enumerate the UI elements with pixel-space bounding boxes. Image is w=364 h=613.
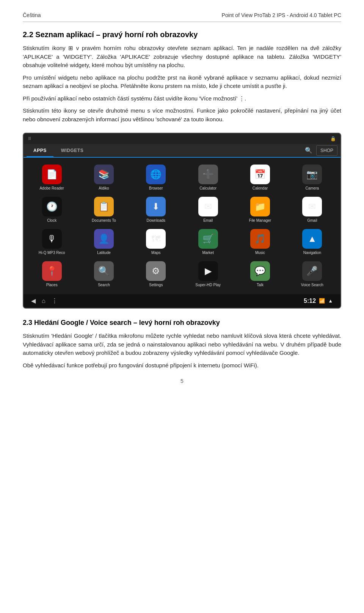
app-item-file-manager[interactable]: 📁File Manager xyxy=(234,194,286,226)
app-label: Calendar xyxy=(253,186,268,191)
section-2-3-para2: Obě vyhledávací funkce potřebují pro fun… xyxy=(23,361,341,370)
app-item-email[interactable]: ✉Email xyxy=(182,194,234,226)
app-icon: 💬 xyxy=(250,261,270,281)
app-icon: 📍 xyxy=(42,261,62,281)
app-icon: 📚 xyxy=(94,165,114,184)
app-item-browser[interactable]: 🌐Browser xyxy=(130,161,182,194)
app-label: Calculator xyxy=(199,186,217,191)
app-item-clock[interactable]: 🕐Clock xyxy=(26,194,78,226)
section-2-3-title: 2.3 Hledání Google / Voice search – levý… xyxy=(23,318,341,328)
app-icon: ⬇ xyxy=(146,197,166,216)
app-item-search[interactable]: 🔍Search xyxy=(78,258,130,290)
app-item-navigation[interactable]: ▲Navigation xyxy=(286,226,338,258)
app-item-music[interactable]: 🎵Music xyxy=(234,226,286,258)
app-item-calendar[interactable]: 📅Calendar xyxy=(234,161,286,194)
app-item-latitude[interactable]: 👤Latitude xyxy=(78,226,130,258)
app-label: Market xyxy=(202,251,214,255)
section-2-2-title: 2.2 Seznam aplikací – pravý horní roh ob… xyxy=(23,29,341,40)
app-item-talk[interactable]: 💬Talk xyxy=(234,258,286,290)
app-icon: 🕐 xyxy=(42,197,62,216)
app-icon: ▶ xyxy=(198,261,218,281)
tab-widgets[interactable]: WIDGETS xyxy=(54,145,91,156)
app-label: Super-HD Play xyxy=(195,283,221,287)
app-label: Settings xyxy=(149,283,163,287)
app-item-aldiko[interactable]: 📚Aldiko xyxy=(78,161,130,194)
app-item-downloads[interactable]: ⬇Downloads xyxy=(130,194,182,226)
navbar-right: 5:12 📶 ▲ xyxy=(304,296,333,306)
app-label: Maps xyxy=(151,251,160,255)
app-icon: 🗺 xyxy=(146,229,166,249)
app-icon: 📋 xyxy=(94,197,114,216)
app-icon: 📷 xyxy=(302,165,322,184)
section-2-2-para3: Při používání aplikací nebo ostatních čá… xyxy=(23,94,341,103)
app-item-places[interactable]: 📍Places xyxy=(26,258,78,290)
app-icon: 📅 xyxy=(250,165,270,184)
app-label: Camera xyxy=(306,186,319,191)
tablet-screenshot: ⠿ 🔒 APPS WIDGETS 🔍 SHOP 📄Adobe Reader📚Al… xyxy=(23,133,341,309)
app-item-settings[interactable]: ⚙Settings xyxy=(130,258,182,290)
tablet-navbar: ◀ ⌂ ⋮ 5:12 📶 ▲ xyxy=(24,294,340,308)
app-icon: 🎵 xyxy=(250,229,270,249)
app-item-super-hd-play[interactable]: ▶Super-HD Play xyxy=(182,258,234,290)
header-language: Čeština xyxy=(23,11,41,19)
section-2-3-para1: Stisknutím 'Hledání Google' / tlačítka m… xyxy=(23,332,341,357)
app-icon: 📁 xyxy=(250,197,270,216)
app-label: File Manager xyxy=(249,218,271,223)
app-icon: 📄 xyxy=(42,165,62,184)
app-icon: ✉ xyxy=(302,197,322,216)
section-2-2-para4: Stisknutím této ikony se otevře druhotné… xyxy=(23,107,341,124)
section-2-2-para1: Stisknutím ikony ⊞ v pravém horním rohu … xyxy=(23,44,341,70)
tablet-tabs[interactable]: APPS WIDGETS 🔍 SHOP xyxy=(24,144,340,158)
app-item-gmail[interactable]: ✉Gmail xyxy=(286,194,338,226)
app-item-calculator[interactable]: ➕Calculator xyxy=(182,161,234,194)
app-icon: ⚙ xyxy=(146,261,166,281)
tab-apps[interactable]: APPS xyxy=(27,145,53,157)
tablet-topbar: ⠿ 🔒 xyxy=(24,133,340,144)
navbar-left: ◀ ⌂ ⋮ xyxy=(31,296,58,306)
clock-display: 5:12 xyxy=(304,296,316,306)
tablet-topbar-left: ⠿ xyxy=(28,136,31,142)
page-number: 5 xyxy=(23,377,341,385)
app-icon: 👤 xyxy=(94,229,114,249)
app-item-adobe-reader[interactable]: 📄Adobe Reader xyxy=(26,161,78,194)
app-item-hi-q-mp3-reco[interactable]: 🎙Hi-Q MP3 Reco xyxy=(26,226,78,258)
app-label: Documents To xyxy=(92,218,116,223)
app-icon: ▲ xyxy=(302,229,322,249)
app-label: Navigation xyxy=(303,251,321,255)
app-icon: 🔍 xyxy=(94,261,114,281)
apps-grid: 📄Adobe Reader📚Aldiko🌐Browser➕Calculator📅… xyxy=(24,158,340,294)
app-label: Voice Search xyxy=(301,283,323,287)
menu-icon[interactable]: ⋮ xyxy=(52,296,58,306)
app-icon: ➕ xyxy=(198,165,218,184)
home-icon[interactable]: ⌂ xyxy=(42,296,46,306)
wifi-icon: 📶 xyxy=(319,297,325,305)
page-header: Čeština Point of View ProTab 2 IPS - And… xyxy=(23,11,341,22)
app-label: Search xyxy=(98,283,110,287)
back-icon[interactable]: ◀ xyxy=(31,296,36,306)
app-item-documents-to[interactable]: 📋Documents To xyxy=(78,194,130,226)
app-item-voice-search[interactable]: 🎤Voice Search xyxy=(286,258,338,290)
section-2-2-para2: Pro umístění widgetu nebo aplikace na pl… xyxy=(23,74,341,91)
app-item-camera[interactable]: 📷Camera xyxy=(286,161,338,194)
app-label: Talk xyxy=(257,283,264,287)
section-2-3: 2.3 Hledání Google / Voice search – levý… xyxy=(23,318,341,370)
page-content: Čeština Point of View ProTab 2 IPS - And… xyxy=(0,0,364,400)
app-label: Aldiko xyxy=(99,186,109,191)
tab-search-icon[interactable]: 🔍 xyxy=(305,146,312,155)
app-label: Downloads xyxy=(147,218,165,223)
header-product: Point of View ProTab 2 IPS - Android 4.0… xyxy=(222,11,341,19)
section-2-2: 2.2 Seznam aplikací – pravý horní roh ob… xyxy=(23,29,341,124)
tab-shop-button[interactable]: SHOP xyxy=(316,145,337,156)
app-icon: 🎙 xyxy=(42,229,62,249)
app-label: Browser xyxy=(149,186,163,191)
app-label: Hi-Q MP3 Reco xyxy=(39,251,65,255)
app-item-market[interactable]: 🛒Market xyxy=(182,226,234,258)
topbar-lock-icon: 🔒 xyxy=(330,135,336,142)
app-item-maps[interactable]: 🗺Maps xyxy=(130,226,182,258)
app-label: Places xyxy=(46,283,58,287)
app-icon: ✉ xyxy=(198,197,218,216)
app-label: Clock xyxy=(47,218,56,223)
app-label: Latitude xyxy=(97,251,111,255)
app-icon: 🎤 xyxy=(302,261,322,281)
app-icon: 🌐 xyxy=(146,165,166,184)
